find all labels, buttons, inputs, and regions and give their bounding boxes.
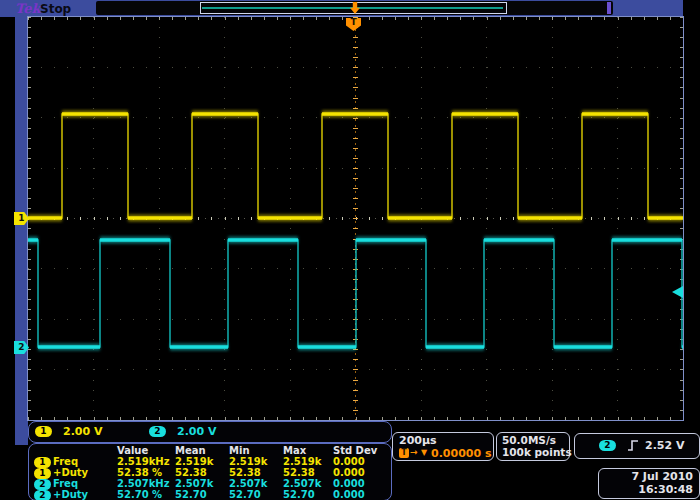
meas-mean: 2.519k	[175, 456, 213, 467]
horizontal-timebase-readout[interactable]: 200µs T → ▼ 0.00000 s	[392, 432, 494, 461]
meas-value: 2.507kHz	[117, 478, 169, 489]
record-end-cap	[607, 2, 611, 14]
col-header-stddev: Std Dev	[333, 445, 377, 456]
arrow-right-icon: →	[410, 447, 418, 457]
meas-name: Freq	[53, 456, 78, 467]
ch2-badge[interactable]: 2	[149, 426, 166, 437]
meas-min: 52.70	[229, 489, 261, 500]
meas-stddev: 0.000	[333, 467, 365, 478]
tek-logo: Tek	[15, 1, 40, 16]
trigger-position-value: 0.00000 s	[431, 447, 491, 460]
acquisition-state-label: Stop	[40, 2, 71, 16]
meas-name: +Duty	[53, 489, 88, 500]
ch1-scale-readout[interactable]: 2.00 V	[63, 425, 102, 438]
meas-mean: 52.38	[175, 467, 207, 478]
meas-value: 52.38 %	[117, 467, 162, 478]
channel-scale-bar: 1 2.00 V 2 2.00 V	[28, 421, 392, 443]
graticule	[28, 17, 683, 420]
ch1-waveform	[28, 114, 683, 218]
trigger-T-icon: T	[399, 448, 409, 458]
triangle-down-icon: ▼	[421, 448, 427, 457]
record-view-bar[interactable]	[96, 1, 613, 15]
timebase-scale: 200µs	[399, 434, 437, 447]
meas-max: 2.507k	[283, 478, 321, 489]
meas-stddev: 0.000	[333, 456, 365, 467]
acquisition-readout[interactable]: 50.0MS/s 100k points	[496, 432, 570, 461]
ch2-waveform	[28, 240, 683, 347]
meas-mean: 2.507k	[175, 478, 213, 489]
measurement-table: Value Mean Min Max Std Dev 1 Freq 2.519k…	[28, 443, 392, 500]
waveform-canvas	[28, 17, 683, 420]
meas-stddev: 0.000	[333, 478, 365, 489]
datetime-readout: 7 Jul 2010 16:30:48	[598, 468, 700, 499]
meas-stddev: 0.000	[333, 489, 365, 500]
meas-max: 2.519k	[283, 456, 321, 467]
oscilloscope-screen: Tek Stop	[0, 0, 700, 500]
col-header-mean: Mean	[175, 445, 206, 456]
meas-row-badge: 1	[34, 457, 51, 468]
meas-value: 52.70 %	[117, 489, 162, 500]
meas-min: 52.38	[229, 467, 261, 478]
col-header-value: Value	[117, 445, 148, 456]
meas-row-badge: 2	[34, 490, 51, 500]
meas-mean: 52.70	[175, 489, 207, 500]
ch2-scale-readout[interactable]: 2.00 V	[177, 425, 216, 438]
trigger-level-value: 2.52 V	[645, 439, 684, 452]
meas-row-badge: 2	[34, 479, 51, 490]
meas-name: Freq	[53, 478, 78, 489]
record-length: 100k points	[502, 446, 572, 458]
col-header-min: Min	[229, 445, 250, 456]
meas-min: 2.519k	[229, 456, 267, 467]
date-label: 7 Jul 2010	[631, 470, 693, 483]
meas-name: +Duty	[53, 467, 88, 478]
ch1-badge[interactable]: 1	[35, 426, 52, 437]
trigger-readout[interactable]: 2 2.52 V	[574, 433, 700, 459]
meas-value: 2.519kHz	[117, 456, 169, 467]
meas-min: 2.507k	[229, 478, 267, 489]
time-label: 16:30:48	[638, 483, 693, 496]
col-header-max: Max	[283, 445, 306, 456]
meas-row-badge: 1	[34, 468, 51, 479]
meas-max: 52.70	[283, 489, 315, 500]
sample-rate: 50.0MS/s	[502, 434, 556, 446]
rising-edge-icon	[627, 439, 639, 452]
meas-max: 52.38	[283, 467, 315, 478]
trigger-source-badge: 2	[599, 440, 616, 451]
top-status-bar: Tek Stop	[0, 0, 683, 17]
left-chrome-strip	[15, 17, 28, 445]
